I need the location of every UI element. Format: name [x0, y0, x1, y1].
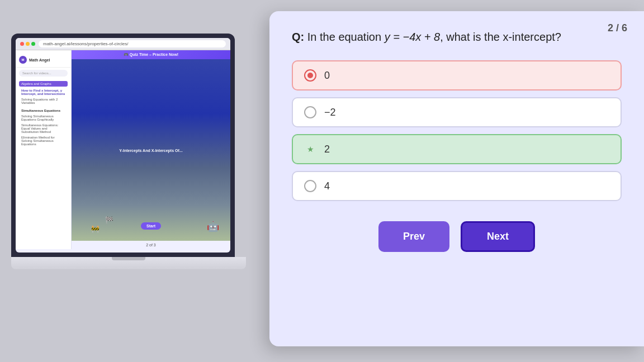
question-text: Q: In the equation y = −4x + 8, what is … — [292, 29, 622, 45]
laptop: math-angel.ai/lessons/properties-of-circ… — [11, 34, 246, 324]
radio-circle-1 — [304, 106, 316, 118]
answer-label-3: 4 — [324, 180, 330, 192]
sidebar-logo: M Math Angel — [16, 54, 71, 68]
sidebar-simultaneous-header: Simultaneous Equations — [19, 108, 68, 113]
answer-label-2: 2 — [324, 144, 330, 155]
flag-icon: 🏁 — [105, 216, 113, 224]
sidebar-item-intercepts: How to Find x Intercept, y Intercept, an… — [19, 88, 68, 97]
dot-minimize — [26, 42, 30, 46]
answer-option-0[interactable]: 0 — [292, 60, 622, 90]
answer-label-1: −2 — [324, 107, 336, 118]
screen-inner: math-angel.ai/lessons/properties-of-circ… — [16, 38, 230, 253]
question-content: In the equation y = −4x + 8, what is the… — [307, 31, 561, 43]
answer-option-2[interactable]: ★ 2 — [292, 134, 622, 164]
dot-maximize — [31, 42, 35, 46]
search-bar: Search for videos... — [19, 70, 68, 77]
answer-label-0: 0 — [324, 70, 330, 82]
next-button[interactable]: Next — [461, 221, 535, 252]
sidebar: M Math Angel Search for videos... Algebr… — [16, 50, 72, 249]
prev-button[interactable]: Prev — [378, 221, 449, 252]
sidebar-item-substitution: Simultaneous Equations: Equal Values and… — [19, 122, 68, 135]
dot-close — [20, 42, 24, 46]
radio-circle-2: ★ — [304, 143, 316, 155]
laptop-screen: math-angel.ai/lessons/properties-of-circ… — [11, 34, 235, 257]
sidebar-section-title: Algebra and Graphs — [19, 81, 68, 87]
quiz-banner: 🎮 Quiz Time – Practice Now! — [72, 50, 230, 59]
laptop-base — [11, 257, 246, 269]
browser-chrome: math-angel.ai/lessons/properties-of-circ… — [16, 38, 230, 50]
sidebar-item-equations: Solving Equations with 2 Variables — [19, 97, 68, 106]
sidebar-item-elimination: Elimination Method for Solving Simultane… — [19, 135, 68, 147]
radio-circle-3 — [304, 180, 316, 192]
answer-option-3[interactable]: 4 — [292, 171, 622, 201]
logo-icon: M — [19, 56, 27, 64]
laptop-notch — [112, 257, 145, 260]
pagination: 2 of 3 — [72, 241, 230, 249]
question-counter: 2 / 6 — [608, 22, 627, 34]
main-area: 🎮 Quiz Time – Practice Now! Y-Intercepts… — [72, 50, 230, 249]
start-button[interactable]: Start — [141, 222, 161, 230]
question-label: Q: — [292, 31, 304, 43]
page-content: M Math Angel Search for videos... Algebr… — [16, 50, 230, 249]
equation-text: y = −4x + 8 — [385, 31, 441, 43]
browser-dots — [20, 42, 35, 46]
video-area: Y-Intercepts And X-Intercepts Of... 🏁 🚧 … — [72, 59, 230, 241]
answer-option-1[interactable]: −2 — [292, 97, 622, 127]
car-character: 🤖 — [207, 220, 219, 232]
radio-circle-0 — [304, 69, 316, 82]
sidebar-section: Algebra and Graphs How to Find x Interce… — [16, 79, 71, 149]
quiz-card: 2 / 6 Q: In the equation y = −4x + 8, wh… — [269, 11, 644, 346]
sidebar-item-graphically: Solving Simultaneous Equations Graphical… — [19, 113, 68, 122]
logo-text: Math Angel — [29, 58, 50, 62]
cone-icon: 🚧 — [91, 225, 100, 233]
browser-url: math-angel.ai/lessons/properties-of-circ… — [39, 40, 226, 47]
video-label: Y-Intercepts And X-Intercepts Of... — [119, 148, 182, 152]
answers-container: 0 −2 ★ 2 4 — [292, 60, 622, 201]
buttons-row: Prev Next — [292, 221, 622, 252]
